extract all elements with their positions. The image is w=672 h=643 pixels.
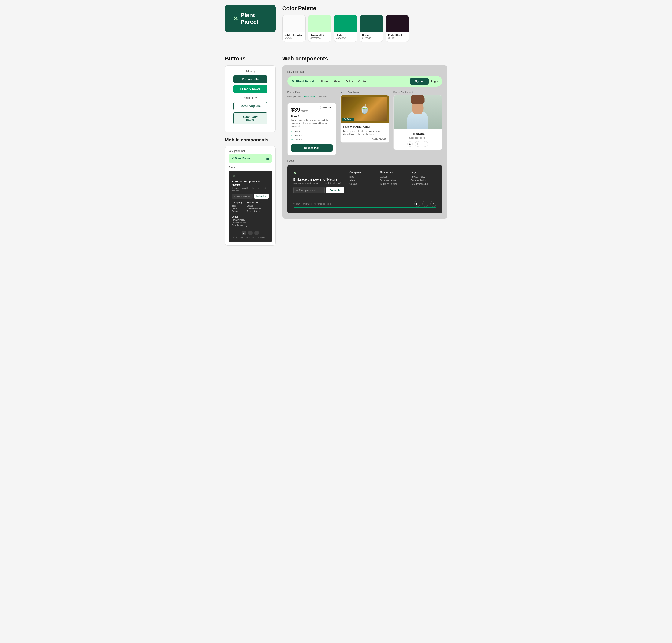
mobile-social-x-icon[interactable]: ✕	[254, 231, 259, 235]
swatch-hex-eerie-black: #22111f	[388, 37, 406, 39]
mobile-footer: ✕ Embrace the power of Nature Join our n…	[229, 171, 272, 242]
mobile-footer-documentation-link[interactable]: Documentation	[247, 207, 262, 210]
footer-documentation-link[interactable]: Documentation	[380, 179, 406, 182]
web-nav-brand-name: Plant Parcel	[296, 80, 314, 83]
footer-data-link[interactable]: Data Processing	[411, 183, 436, 185]
nav-link-contact[interactable]: Contact	[358, 80, 368, 83]
nav-link-about[interactable]: About	[333, 80, 341, 83]
mobile-footer-data-link[interactable]: Data Processing	[232, 224, 269, 227]
nav-link-guide[interactable]: Guide	[346, 80, 353, 83]
secondary-group-label: Secondary	[229, 96, 271, 99]
footer-brand-tagline: Embrace the power of Nature	[293, 178, 344, 181]
swatch-name-eerie-black: Eerie Black	[388, 34, 406, 37]
nav-signup-button[interactable]: Sign up	[410, 78, 429, 85]
pricing-tab-most-popular[interactable]: Most popular	[288, 95, 301, 99]
footer-social-facebook-icon[interactable]: f	[422, 201, 428, 207]
footer-guides-link[interactable]: Guides	[380, 175, 406, 178]
hamburger-icon[interactable]: ☰	[266, 156, 269, 160]
mobile-footer-resources-col: Resources Guides Documentation Terms of …	[247, 201, 262, 213]
doctor-hair-shape	[411, 95, 425, 104]
footer-blog-link[interactable]: Blog	[350, 175, 375, 178]
mobile-nav-brand: ✕ Plant Parcel	[231, 157, 251, 160]
mobile-nav-logo-icon: ✕	[231, 157, 234, 160]
footer-resources-title: Resources	[380, 171, 406, 174]
footer-social-youtube-icon[interactable]: ▶	[414, 201, 420, 207]
swatch-name-jade: Jade	[336, 34, 355, 37]
color-swatches: White Smoke #fbfbfb Snow Mint #C7FEC8 Ja…	[282, 15, 447, 42]
swatch-eden: Eden #125745	[360, 15, 383, 42]
doctor-card-image-area	[394, 95, 442, 129]
mobile-footer-blog-link[interactable]: Blog	[232, 205, 243, 207]
mobile-footer-guides-link[interactable]: Guides	[247, 205, 262, 207]
mobile-footer-about-link[interactable]: About	[232, 207, 243, 210]
doctor-name: Jill Stone	[396, 132, 439, 136]
mobile-section-title: Mobile components	[225, 137, 276, 143]
doctor-social-row: ▶ f ✕	[396, 141, 439, 147]
footer-email-icon: ✉	[296, 189, 298, 192]
choose-plan-button[interactable]: Choose Plan	[291, 144, 333, 151]
pricing-section: Pricing Plan Most popular Affordable Las…	[288, 91, 336, 155]
mobile-email-input[interactable]: ✉ Enter your email	[232, 194, 253, 199]
doctor-social-x-icon[interactable]: ✕	[423, 141, 428, 147]
footer-privacy-link[interactable]: Privacy Policy	[411, 175, 436, 178]
mobile-footer-tagline: Embrace the power of Nature	[232, 180, 269, 186]
secondary-hover-button[interactable]: Secondary hover	[233, 112, 267, 124]
mobile-footer-copy: © 2024 Plant Parcel | All rights reserve…	[232, 236, 269, 239]
article-card: 🍵 Self Care Lorem ipsum dolor Lorem ipsu…	[340, 95, 389, 143]
primary-idle-button[interactable]: Primary idle	[233, 75, 267, 83]
footer-legal-col: Legal Privacy Policy Cookies Policy Data…	[411, 171, 436, 193]
footer-email-row: ✉ Enter your email Subscribe	[293, 187, 344, 193]
web-nav-links: Home About Guide Contact	[321, 80, 410, 83]
mobile-social-youtube-icon[interactable]: ▶	[242, 231, 246, 235]
article-card-image: 🍵 Self Care	[341, 95, 389, 123]
web-footer-bottom: © 2024 Plant Parcel | All rights reserve…	[293, 198, 436, 207]
mobile-footer-logo-icon: ✕	[232, 174, 269, 179]
article-title: Lorem ipsum dolor	[343, 125, 387, 129]
swatch-eerie-black: Eerie Black #22111f	[386, 15, 409, 42]
footer-green-accent-bar	[293, 207, 436, 208]
pricing-badge: Affordable	[320, 106, 333, 109]
mobile-navbar: ✕ Plant Parcel ☰	[229, 154, 272, 162]
cards-row: Pricing Plan Most popular Affordable Las…	[288, 91, 442, 155]
nav-link-home[interactable]: Home	[321, 80, 328, 83]
color-palette-title: Color Palette	[282, 5, 447, 12]
mobile-footer-cookies-link[interactable]: Cookies Policy	[232, 221, 269, 224]
buttons-panel: Primary Primary idle Primary hover Secon…	[225, 65, 276, 132]
footer-social-x-icon[interactable]: ✕	[430, 201, 436, 207]
footer-cookies-link[interactable]: Cookies Policy	[411, 179, 436, 182]
footer-email-input[interactable]: ✉ Enter your email	[293, 187, 325, 193]
mobile-footer-label: Footer	[229, 166, 272, 169]
mobile-footer-social: ▶ f ✕	[232, 231, 269, 235]
secondary-buttons-row: Secondary idle Secondary hover	[229, 102, 271, 124]
nav-login-button[interactable]: Login	[431, 80, 438, 83]
swatch-name-eden: Eden	[362, 34, 381, 37]
footer-about-link[interactable]: About	[350, 179, 375, 182]
footer-subscribe-button[interactable]: Subscribe	[326, 187, 344, 193]
primary-hover-button[interactable]: Primary hover	[233, 85, 267, 93]
footer-copy: © 2024 Plant Parcel | All rights reserve…	[293, 203, 331, 205]
pricing-tab-affordable[interactable]: Affordable	[303, 95, 315, 99]
footer-company-col: Company Blog About Contact	[350, 171, 375, 193]
pricing-point-1: ✔ Point 1	[291, 130, 333, 133]
doctor-social-youtube-icon[interactable]: ▶	[407, 141, 413, 147]
mobile-footer-legal-title: Legal	[232, 215, 269, 218]
article-author: ~Anita Jackson	[343, 137, 387, 140]
mobile-footer-tos-link[interactable]: Terms of Service	[247, 210, 262, 213]
mobile-social-facebook-icon[interactable]: f	[248, 231, 253, 235]
mobile-footer-contact-link[interactable]: Contact	[232, 210, 243, 213]
footer-tos-link[interactable]: Terms of Service	[380, 183, 406, 185]
mobile-subscribe-button[interactable]: Subscribe	[254, 194, 268, 199]
footer-contact-link[interactable]: Contact	[350, 183, 375, 185]
pricing-point-3: ✔ Point 3	[291, 138, 333, 141]
doctor-social-facebook-icon[interactable]: f	[415, 141, 420, 147]
pricing-tab-last-plan[interactable]: Last plan	[318, 95, 327, 99]
footer-social-row: ▶ f ✕	[414, 201, 436, 207]
brand-name: Plant Parcel	[241, 12, 267, 25]
doctor-card-section: Doctor Card layout Jill Stone	[393, 91, 442, 155]
check-icon-2: ✔	[291, 134, 293, 137]
primary-buttons-row: Primary idle Primary hover	[229, 75, 271, 93]
secondary-idle-button[interactable]: Secondary idle	[233, 102, 267, 110]
mobile-footer-privacy-link[interactable]: Privacy Policy	[232, 219, 269, 221]
email-icon: ✉	[234, 195, 235, 197]
pricing-point-1-text: Point 1	[295, 130, 302, 133]
